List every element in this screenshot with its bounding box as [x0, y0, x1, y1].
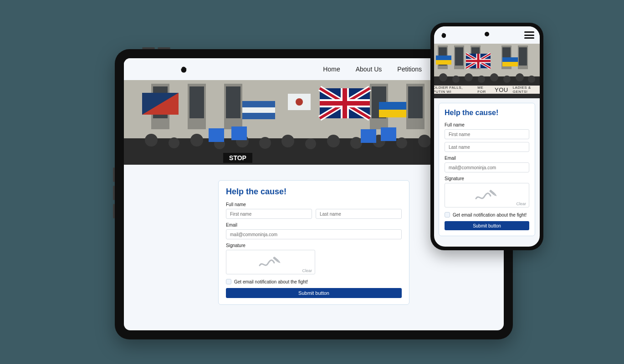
fist-logo-icon [440, 31, 448, 39]
svg-rect-30 [379, 102, 406, 110]
svg-rect-67 [436, 60, 451, 65]
svg-rect-51 [361, 129, 376, 143]
last-name-input[interactable]: Last name [316, 209, 402, 219]
notify-checkbox-label: Get email notification about the fight! [234, 279, 308, 284]
svg-point-34 [190, 134, 203, 147]
email-label: Email [226, 222, 402, 228]
svg-point-33 [169, 137, 179, 148]
svg-point-38 [281, 135, 294, 147]
svg-rect-12 [408, 86, 423, 118]
hamburger-menu-icon[interactable] [524, 31, 534, 39]
svg-rect-65 [519, 47, 527, 66]
submit-button[interactable]: Submit button [226, 288, 402, 298]
svg-point-82 [465, 73, 473, 81]
tablet-hw-button [158, 47, 170, 49]
hero-image: OLDIER FALLS, PUTIN WI ME FOR YOU LADIES… [434, 44, 540, 98]
nav-item-home[interactable]: Home [323, 66, 340, 73]
email-input[interactable]: mail@commoninja.com [445, 162, 529, 172]
tablet-hw-button [113, 204, 115, 218]
signature-pad[interactable]: Clear [226, 250, 315, 274]
svg-rect-49 [209, 128, 224, 142]
submit-button[interactable]: Submit button [445, 221, 529, 230]
svg-rect-50 [231, 126, 247, 140]
svg-point-41 [350, 137, 362, 149]
fist-logo-icon [179, 64, 189, 74]
svg-point-87 [528, 76, 535, 83]
signature-pad[interactable]: Clear [445, 183, 529, 207]
phone-device-frame: OLDIER FALLS, PUTIN WI ME FOR YOU LADIES… [430, 23, 543, 250]
tablet-hw-button [142, 47, 155, 49]
signature-clear-button[interactable]: Clear [516, 202, 526, 206]
signature-label: Signature [445, 176, 529, 181]
signature-label: Signature [226, 243, 402, 248]
svg-rect-52 [381, 127, 396, 141]
tablet-hw-button [113, 167, 115, 182]
petition-form-card: Help the cause! Full name First name Las… [218, 180, 409, 305]
email-label: Email [445, 156, 529, 161]
fullname-label: Full name [226, 202, 402, 207]
svg-rect-62 [455, 47, 463, 66]
svg-rect-10 [226, 86, 240, 118]
email-input[interactable]: mail@commoninja.com [226, 229, 402, 239]
phone-camera-icon [485, 32, 489, 36]
svg-point-44 [418, 135, 431, 147]
svg-point-83 [478, 76, 485, 83]
svg-point-43 [396, 137, 407, 148]
phone-screen: OLDIER FALLS, PUTIN WI ME FOR YOU LADIES… [434, 26, 540, 247]
phone-form-area: Help the cause! Full name First name Las… [434, 98, 540, 241]
svg-rect-9 [189, 86, 204, 118]
svg-point-37 [259, 137, 271, 149]
form-title: Help the cause! [226, 187, 402, 197]
first-name-input[interactable]: First name [226, 209, 312, 219]
svg-point-84 [490, 73, 498, 81]
form-title: Help the cause! [445, 109, 529, 117]
svg-rect-78 [502, 62, 518, 66]
fullname-label: Full name [445, 122, 529, 127]
notify-checkbox[interactable] [226, 279, 231, 284]
last-name-input[interactable]: Last name [445, 142, 529, 152]
hero-banner-text: OLDIER FALLS, PUTIN WI ME FOR YOU LADIES… [434, 86, 540, 94]
tablet-hw-button [113, 186, 115, 200]
notify-checkbox[interactable] [445, 212, 450, 217]
svg-point-85 [503, 76, 511, 83]
svg-point-39 [305, 138, 316, 149]
svg-point-40 [327, 135, 340, 147]
first-name-input[interactable]: First name [445, 129, 529, 139]
nav-item-petitions[interactable]: Petitions [397, 66, 422, 73]
svg-point-81 [452, 76, 460, 83]
svg-text:STOP: STOP [229, 154, 246, 162]
notify-checkbox-label: Get email notification about the fight! [453, 212, 527, 217]
svg-rect-17 [242, 107, 275, 113]
svg-point-19 [296, 98, 303, 106]
nav-item-about[interactable]: About Us [356, 66, 382, 73]
signature-clear-button[interactable]: Clear [302, 268, 312, 273]
svg-point-86 [516, 73, 524, 81]
petition-form-card: Help the cause! Full name First name Las… [439, 103, 535, 236]
svg-point-80 [439, 73, 447, 81]
svg-point-32 [145, 134, 158, 147]
